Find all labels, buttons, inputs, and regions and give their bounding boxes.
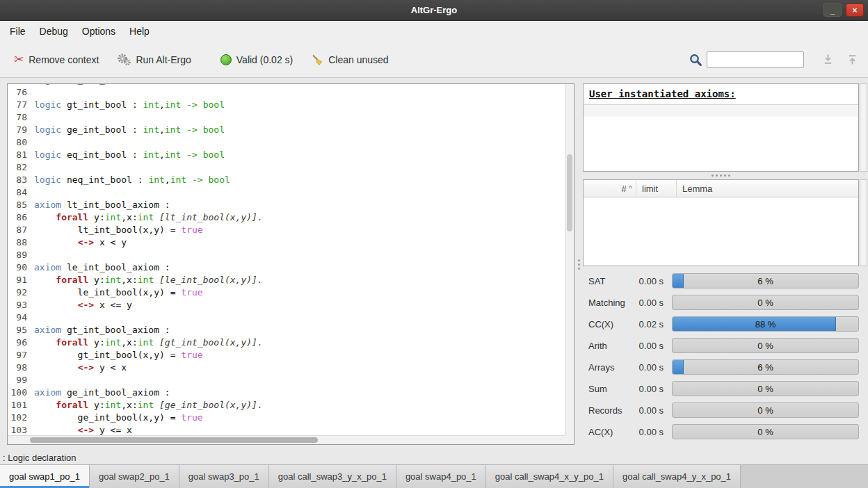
code-line-100[interactable]: 100axiom ge_int_bool_axiom :: [8, 387, 565, 399]
line-number: 94: [8, 311, 34, 324]
stat-progress-bar: 0 %: [672, 424, 859, 439]
tab-goal-swap2-po-1[interactable]: goal swap2_po_1: [90, 465, 179, 488]
editor-horizontal-scrollbar[interactable]: [8, 435, 565, 444]
axioms-scrollbar[interactable]: [860, 83, 867, 172]
code-line-101[interactable]: 101 forall y:int,x:int [ge_int_bool(x,y)…: [8, 399, 565, 412]
line-number: 101: [8, 399, 34, 412]
code-line-78[interactable]: 78: [8, 111, 565, 124]
splitter-grip-icon: [578, 263, 580, 266]
editor-vertical-scrollbar[interactable]: [565, 84, 574, 435]
stat-row-sum: Sum0.00 s0 %: [588, 381, 859, 396]
column-header-number[interactable]: # ^: [584, 180, 636, 197]
tab-goal-swap3-po-1[interactable]: goal swap3_po_1: [179, 465, 269, 488]
code-line-79[interactable]: 79logic ge_int_bool : int,int -> bool: [8, 124, 565, 136]
code-line-82[interactable]: 82: [8, 161, 565, 174]
go-up-icon[interactable]: [846, 54, 858, 65]
code-text: [34, 249, 565, 261]
code-text: forall y:int,x:int [lt_int_bool(x,y)].: [34, 211, 565, 224]
menu-debug[interactable]: Debug: [33, 22, 75, 40]
tab-goal-call-swap3-y-x-po-1[interactable]: goal call_swap3_y_x_po_1: [269, 465, 396, 488]
valid-status-icon: [220, 54, 232, 65]
titlebar[interactable]: AltGr-Ergo _ ×: [0, 0, 868, 21]
code-text: [34, 186, 565, 199]
stat-progress-bar: 6 %: [672, 273, 859, 288]
tab-label: goal call_swap4_y_x_po_1: [622, 471, 731, 482]
tab-goal-swap1-po-1[interactable]: goal swap1_po_1: [0, 465, 90, 488]
code-view[interactable]: 75logic le_int_bool : int,int -> bool767…: [8, 84, 565, 435]
code-line-84[interactable]: 84: [8, 186, 565, 199]
tab-label: goal swap3_po_1: [188, 471, 259, 482]
horizontal-scrollbar-thumb[interactable]: [30, 437, 318, 443]
code-text: le_int_bool(x,y) = true: [34, 286, 565, 299]
menu-options[interactable]: Options: [75, 22, 122, 40]
code-text: <-> x < y: [34, 236, 565, 249]
code-line-91[interactable]: 91 forall y:int,x:int [le_int_bool(x,y)]…: [8, 274, 565, 286]
code-line-85[interactable]: 85axiom lt_int_bool_axiom :: [8, 199, 565, 211]
clean-unused-label: Clean unused: [328, 54, 388, 65]
menu-file[interactable]: File: [3, 22, 33, 40]
stat-time: 0.02 s: [630, 319, 664, 330]
code-line-97[interactable]: 97 gt_int_bool(x,y) = true: [8, 349, 565, 361]
line-number: 85: [8, 199, 34, 211]
code-line-103[interactable]: 103 <-> y <= x: [8, 424, 565, 435]
code-line-92[interactable]: 92 le_int_bool(x,y) = true: [8, 286, 565, 299]
code-line-89[interactable]: 89: [8, 249, 565, 261]
vertical-scrollbar-thumb[interactable]: [567, 154, 572, 231]
lemma-table-body[interactable]: [584, 197, 858, 266]
column-header-lemma[interactable]: Lemma: [677, 180, 858, 197]
code-line-81[interactable]: 81logic eq_int_bool : int,int -> bool: [8, 149, 565, 161]
code-editor[interactable]: 75logic le_int_bool : int,int -> bool767…: [7, 83, 574, 445]
code-line-93[interactable]: 93 <-> x <= y: [8, 299, 565, 311]
line-number: 76: [8, 86, 34, 99]
tab-label: goal call_swap3_y_x_po_1: [278, 471, 387, 482]
clean-unused-button[interactable]: Clean unused: [307, 51, 392, 69]
lemma-table-scrollbar[interactable]: [860, 179, 867, 266]
menu-help[interactable]: Help: [122, 22, 156, 40]
code-line-90[interactable]: 90axiom le_int_bool_axiom :: [8, 261, 565, 274]
code-line-88[interactable]: 88 <-> x < y: [8, 236, 565, 249]
line-number: 98: [8, 361, 34, 374]
code-line-98[interactable]: 98 <-> y < x: [8, 361, 565, 374]
remove-context-button[interactable]: ✂ Remove context: [10, 49, 103, 70]
code-text: lt_int_bool(x,y) = true: [34, 224, 565, 236]
editor-panel-splitter[interactable]: [574, 83, 583, 445]
line-number: 97: [8, 349, 34, 361]
code-line-86[interactable]: 86 forall y:int,x:int [lt_int_bool(x,y)]…: [8, 211, 565, 224]
tab-label: goal swap1_po_1: [9, 471, 80, 482]
line-number: 81: [8, 149, 34, 161]
go-down-icon[interactable]: [822, 54, 834, 65]
code-line-83[interactable]: 83logic neq_int_bool : int,int -> bool: [8, 174, 565, 186]
code-line-102[interactable]: 102 ge_int_bool(x,y) = true: [8, 412, 565, 424]
window-title: AltGr-Ergo: [411, 5, 457, 15]
stat-percent: 0 %: [673, 295, 858, 309]
splitter-grip-icon: [720, 174, 722, 177]
code-line-99[interactable]: 99: [8, 374, 565, 387]
stat-label: CC(X): [588, 319, 630, 330]
search-input[interactable]: [707, 51, 804, 68]
tab-label: goal swap4_po_1: [405, 471, 476, 482]
code-line-95[interactable]: 95axiom gt_int_bool_axiom :: [8, 324, 565, 336]
statistics-panel: SAT0.00 s6 %Matching0.00 s0 %CC(X)0.02 s…: [583, 273, 859, 439]
line-number: 83: [8, 174, 34, 186]
tab-goal-call-swap4-y-x-po-1[interactable]: goal call_swap4_y_x_po_1: [613, 465, 741, 488]
code-line-77[interactable]: 77logic gt_int_bool : int,int -> bool: [8, 99, 565, 111]
tab-goal-swap4-po-1[interactable]: goal swap4_po_1: [396, 465, 486, 488]
run-alt-ergo-button[interactable]: Run Alt-Ergo: [113, 50, 195, 70]
stat-row-ac-x: AC(X)0.00 s0 %: [588, 424, 859, 439]
stat-label: Arith: [588, 341, 630, 351]
column-header-limit[interactable]: limit: [636, 180, 677, 197]
code-line-87[interactable]: 87 lt_int_bool(x,y) = true: [8, 224, 565, 236]
minimize-button[interactable]: _: [823, 3, 842, 17]
goal-tabbar: goal swap1_po_1goal swap2_po_1goal swap3…: [0, 464, 868, 488]
stat-progress-bar: 0 %: [672, 402, 859, 418]
line-number: 78: [8, 111, 34, 124]
code-line-94[interactable]: 94: [8, 311, 565, 324]
code-line-80[interactable]: 80: [8, 136, 565, 149]
close-button[interactable]: ×: [846, 3, 864, 17]
code-line-96[interactable]: 96 forall y:int,x:int [gt_int_bool(x,y)]…: [8, 336, 565, 349]
tab-goal-call-swap4-x-y-po-1[interactable]: goal call_swap4_x_y_po_1: [486, 465, 613, 488]
axioms-table-splitter[interactable]: [583, 172, 859, 179]
line-number: 82: [8, 161, 34, 174]
line-number: 86: [8, 211, 34, 224]
code-line-76[interactable]: 76: [8, 86, 565, 99]
